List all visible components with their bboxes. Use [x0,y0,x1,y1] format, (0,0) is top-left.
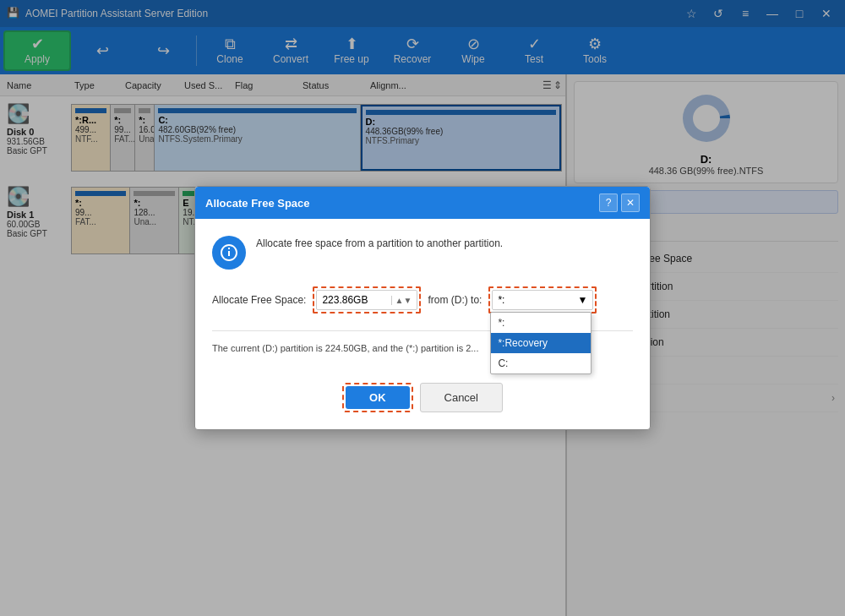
modal-body: Allocate free space from a partition to … [195,219,650,429]
dropdown-option-star[interactable]: *: [491,313,591,333]
modal-overlay[interactable]: Allocate Free Space ? ✕ Allocate free sp… [0,0,845,616]
from-label: from (D:) to: [428,294,482,306]
allocate-input[interactable]: 223.86GB ▲▼ [316,290,417,310]
allocate-input-wrapper: 223.86GB ▲▼ [313,286,421,313]
partition-dropdown[interactable]: *: ▼ [492,290,593,310]
cancel-button[interactable]: Cancel [420,383,503,412]
dropdown-option-recovery[interactable]: *:Recovery [491,333,591,353]
allocate-free-space-modal: Allocate Free Space ? ✕ Allocate free sp… [194,186,651,430]
allocate-form-label: Allocate Free Space: [212,294,306,306]
modal-title: Allocate Free Space [205,197,310,210]
dropdown-arrow-icon: ▼ [578,294,588,306]
modal-info-text: Allocate free space from a partition to … [256,236,503,251]
partition-dropdown-wrapper: *: ▼ *: *:Recovery C: [488,286,597,313]
modal-close-button[interactable]: ✕ [621,194,640,212]
modal-info-icon [212,236,246,270]
partition-dropdown-menu: *: *:Recovery C: [490,312,592,374]
dropdown-selected-value: *: [498,294,504,306]
modal-controls: ? ✕ [599,194,640,212]
modal-header: Allocate Free Space ? ✕ [195,187,650,219]
allocate-spinner[interactable]: ▲▼ [391,296,412,305]
modal-form: Allocate Free Space: 223.86GB ▲▼ from (D… [212,286,633,412]
modal-footer: OK Cancel [212,383,633,412]
modal-info: Allocate free space from a partition to … [212,236,633,270]
modal-help-button[interactable]: ? [599,194,618,212]
allocate-value: 223.86GB [322,294,368,306]
dropdown-option-c[interactable]: C: [491,353,591,373]
allocate-form-row: Allocate Free Space: 223.86GB ▲▼ from (D… [212,286,633,313]
ok-btn-wrapper: OK [342,383,413,412]
ok-button[interactable]: OK [346,386,410,409]
